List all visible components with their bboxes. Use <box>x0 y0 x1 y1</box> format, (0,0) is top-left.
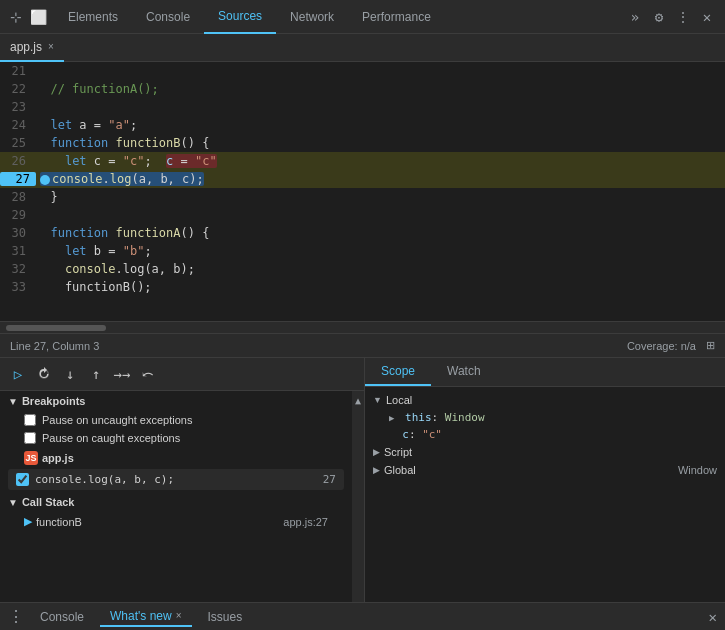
debug-panel: ▷ ↓ ↑ →→ ⤺ ▼ Breakpoints P <box>0 358 365 602</box>
bottom-tab-whatsnew-label: What's new <box>110 609 172 623</box>
callstack-file: app.js:27 <box>283 516 328 528</box>
callstack-item-functionb[interactable]: ▶ functionB app.js:27 <box>0 512 352 531</box>
scope-local-this[interactable]: ▶ this: Window <box>365 409 725 426</box>
callstack-label: Call Stack <box>22 496 75 508</box>
bottom-bar-menu[interactable]: ⋮ <box>8 607 24 626</box>
scroll-up-arrow[interactable]: ▲ <box>355 395 361 406</box>
resume-btn[interactable]: ▷ <box>6 362 30 386</box>
scope-local-header[interactable]: ▼ Local <box>365 391 725 409</box>
debug-content-with-scroll: ▼ Breakpoints Pause on uncaught exceptio… <box>0 391 364 602</box>
file-tab-bar: app.js × <box>0 34 725 62</box>
scope-local-label: Local <box>386 394 412 406</box>
code-line-29: 29 <box>0 206 725 224</box>
coverage-label: Coverage: n/a <box>627 340 696 352</box>
code-line-27: 27 console.log(a, b, c); <box>0 170 725 188</box>
breakpoint-item-1[interactable]: console.log(a, b, c); 27 <box>8 469 344 490</box>
more-tabs-icon[interactable]: » <box>625 7 645 27</box>
tab-performance[interactable]: Performance <box>348 0 445 34</box>
code-line-26: 26 let c = "c"; c = "c" <box>0 152 725 170</box>
pause-caught-input[interactable] <box>24 432 36 444</box>
callstack-section-header[interactable]: ▼ Call Stack <box>0 492 352 512</box>
bp-file-icon: JS <box>24 451 38 465</box>
debug-content-scroll[interactable]: ▼ Breakpoints Pause on uncaught exceptio… <box>0 391 352 602</box>
callstack-arrow: ▶ <box>24 515 32 528</box>
breakpoints-label: Breakpoints <box>22 395 86 407</box>
device-icon[interactable]: ⬜ <box>28 7 48 27</box>
more-options-icon[interactable]: ⋮ <box>673 7 693 27</box>
scope-script-header[interactable]: ▶ Script <box>365 443 725 461</box>
scope-local-tri: ▼ <box>373 395 382 405</box>
tab-console[interactable]: Console <box>132 0 204 34</box>
scope-local-c: c: "c" <box>365 426 725 443</box>
file-tab-close[interactable]: × <box>48 41 54 52</box>
step-over-icon <box>36 366 52 382</box>
scope-script-tri: ▶ <box>373 447 380 457</box>
file-tab-name: app.js <box>10 40 42 54</box>
scope-panel: Scope Watch ▼ Local ▶ this: Window c: "c… <box>365 358 725 602</box>
code-scroll-area[interactable]: 21 22 // functionA(); 23 24 let a = "a";… <box>0 62 725 321</box>
horizontal-scrollbar[interactable] <box>0 321 725 333</box>
scrollbar-thumb[interactable] <box>6 325 106 331</box>
code-line-23: 23 <box>0 98 725 116</box>
bottom-bar: ⋮ Console What's new × Issues ✕ <box>0 602 725 630</box>
file-tab-appjs[interactable]: app.js × <box>0 34 64 62</box>
code-line-32: 32 console.log(a, b); <box>0 260 725 278</box>
this-expand: ▶ <box>389 413 394 423</box>
bottom-panels: ▷ ↓ ↑ →→ ⤺ ▼ Breakpoints P <box>0 357 725 602</box>
scope-global-label: Global <box>384 464 416 476</box>
inspect-icon[interactable]: ⊹ <box>6 7 26 27</box>
callstack-chevron: ▼ <box>8 497 18 508</box>
tab-elements[interactable]: Elements <box>54 0 132 34</box>
code-line-33: 33 functionB(); <box>0 278 725 296</box>
breakpoints-section-header[interactable]: ▼ Breakpoints <box>0 391 352 411</box>
tab-sources[interactable]: Sources <box>204 0 276 34</box>
bottom-tab-whatsnew-close[interactable]: × <box>176 610 182 621</box>
bottom-tab-whatsnew[interactable]: What's new × <box>100 607 192 627</box>
bottom-tab-issues-label: Issues <box>208 610 243 624</box>
scope-global-header[interactable]: ▶ Global Window <box>365 461 725 479</box>
code-line-25: 25 function functionB() { <box>0 134 725 152</box>
breakpoints-chevron: ▼ <box>8 396 18 407</box>
close-devtools-icon[interactable]: ✕ <box>697 7 717 27</box>
bp-line-1: 27 <box>323 473 336 486</box>
tab-scope[interactable]: Scope <box>365 358 431 386</box>
status-bar: Line 27, Column 3 Coverage: n/a ⊞ <box>0 333 725 357</box>
pause-uncaught-label: Pause on uncaught exceptions <box>42 414 192 426</box>
devtools-tab-bar: ⊹ ⬜ Elements Console Sources Network Per… <box>0 0 725 34</box>
tab-watch[interactable]: Watch <box>431 358 497 386</box>
debug-toolbar: ▷ ↓ ↑ →→ ⤺ <box>0 358 364 391</box>
pause-caught-checkbox[interactable]: Pause on caught exceptions <box>0 429 352 447</box>
bottom-bar-close-btn[interactable]: ✕ <box>709 609 717 625</box>
pause-uncaught-checkbox[interactable]: Pause on uncaught exceptions <box>0 411 352 429</box>
coverage-icon[interactable]: ⊞ <box>706 339 715 352</box>
deactivate-btn[interactable]: ⤺ <box>136 362 160 386</box>
bp-code-1: console.log(a, b, c); <box>35 473 317 486</box>
bp-checkbox-1[interactable] <box>16 473 29 486</box>
code-line-22: 22 // functionA(); <box>0 80 725 98</box>
scope-tab-bar: Scope Watch <box>365 358 725 387</box>
step-into-btn[interactable]: ↓ <box>58 362 82 386</box>
tab-bar-left-icons: ⊹ ⬜ <box>0 7 54 27</box>
tab-network[interactable]: Network <box>276 0 348 34</box>
callstack-fn-name: functionB <box>36 516 82 528</box>
scope-global-value: Window <box>678 464 717 476</box>
pause-caught-label: Pause on caught exceptions <box>42 432 180 444</box>
scope-global-tri: ▶ <box>373 465 380 475</box>
step-over-btn[interactable] <box>32 362 56 386</box>
step-out-btn[interactable]: ↑ <box>84 362 108 386</box>
scope-content[interactable]: ▼ Local ▶ this: Window c: "c" ▶ Script ▶… <box>365 387 725 602</box>
cursor-position: Line 27, Column 3 <box>10 340 99 352</box>
scroll-indicator: ▲ <box>352 391 364 602</box>
step-btn[interactable]: →→ <box>110 362 134 386</box>
bottom-tab-console-label: Console <box>40 610 84 624</box>
bottom-tab-issues[interactable]: Issues <box>198 608 253 626</box>
code-editor: 21 22 // functionA(); 23 24 let a = "a";… <box>0 62 725 333</box>
settings-icon[interactable]: ⚙ <box>649 7 669 27</box>
pause-uncaught-input[interactable] <box>24 414 36 426</box>
code-line-28: 28 } <box>0 188 725 206</box>
bottom-tab-console[interactable]: Console <box>30 608 94 626</box>
code-line-30: 30 function functionA() { <box>0 224 725 242</box>
bp-file-header: JS app.js <box>0 447 352 467</box>
code-line-21: 21 <box>0 62 725 80</box>
bp-file-name: app.js <box>42 452 74 464</box>
